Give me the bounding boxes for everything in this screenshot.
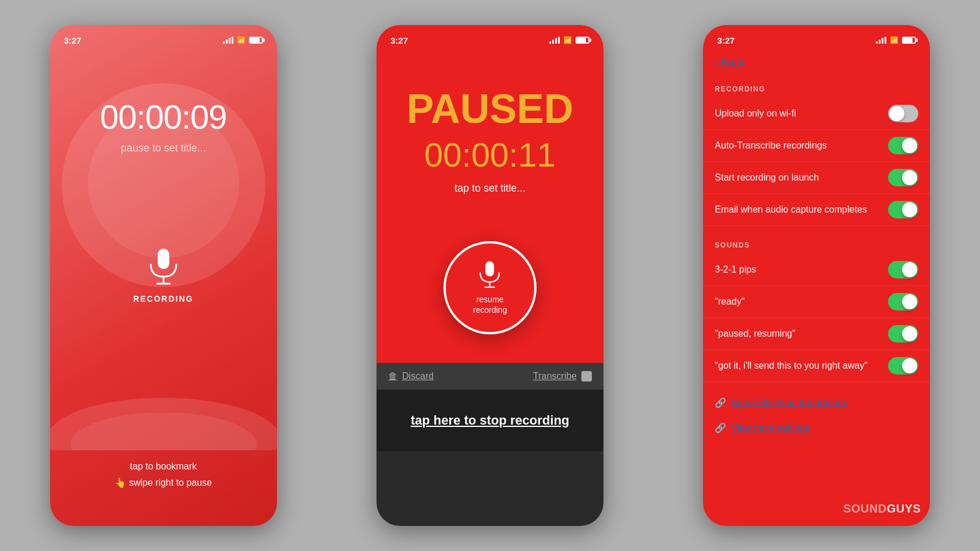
svg-rect-0 — [158, 249, 169, 269]
phone-2-dark: 🗑 Discard Transcribe tap here to stop re… — [377, 363, 603, 526]
file-sync-link: Setup File Sync Integrations — [731, 398, 847, 408]
back-label: Back — [721, 57, 744, 69]
more-settings-row[interactable]: 🔗 View more settings — [703, 415, 930, 440]
paused-label: PAUSED — [377, 86, 603, 132]
setting-ready-row: "ready" — [703, 286, 930, 318]
discard-label: Discard — [402, 371, 434, 382]
setting-launch-label: Start recording on launch — [715, 172, 888, 183]
stop-recording-area[interactable]: tap here to stop recording — [377, 390, 603, 451]
setting-pips-toggle[interactable] — [888, 261, 918, 278]
sounds-section-label: SOUNDS — [703, 232, 930, 254]
setting-gotit-row: "got it, i'll send this to you right awa… — [703, 350, 930, 382]
recording-label-1: RECORDING — [133, 294, 194, 303]
paused-tap-title: tap to set title... — [377, 182, 603, 195]
wave-decoration — [50, 380, 277, 450]
battery-icon-2 — [576, 37, 590, 44]
signal-icon-1 — [223, 37, 233, 44]
hint-swipe: 👆 swipe right to pause — [50, 475, 277, 491]
setting-transcribe-label: Auto-Transcribe recordings — [715, 140, 888, 151]
setting-transcribe-row: Auto-Transcribe recordings — [703, 130, 930, 162]
setting-email-toggle[interactable] — [888, 201, 918, 218]
back-chevron-icon: ‹ — [715, 56, 719, 70]
setting-paused-toggle[interactable] — [888, 325, 918, 342]
more-settings-icon: 🔗 — [715, 422, 726, 433]
setting-wifi-label: Upload only on wi-fi — [715, 108, 888, 119]
status-bar-1: 3:27 📶 — [50, 25, 277, 51]
recording-timer: 00:00:09 — [100, 97, 227, 136]
transcribe-button[interactable]: Transcribe — [533, 371, 592, 382]
status-bar-2: 3:27 📶 — [377, 25, 603, 51]
setting-launch-toggle[interactable] — [888, 169, 918, 186]
setting-wifi-toggle[interactable] — [888, 105, 918, 122]
wifi-icon-3: 📶 — [890, 36, 899, 44]
status-time-2: 3:27 — [390, 36, 408, 45]
bottom-hints: tap to bookmark 👆 swipe right to pause — [50, 458, 277, 491]
microphone-icon-1 — [146, 248, 181, 288]
paused-timer: 00:00:11 — [377, 135, 603, 174]
setting-launch-row: Start recording on launch — [703, 162, 930, 194]
phone-1: 3:27 📶 00:00:09 pause to — [50, 25, 277, 526]
setting-email-row: Email when audio capture completes — [703, 194, 930, 226]
transcribe-label: Transcribe — [533, 371, 577, 382]
setting-ready-label: "ready" — [715, 296, 888, 307]
trash-icon: 🗑 — [388, 371, 397, 382]
wifi-icon-2: 📶 — [563, 36, 572, 44]
battery-icon-1 — [249, 37, 263, 44]
svg-rect-5 — [486, 261, 495, 276]
status-icons-1: 📶 — [223, 36, 263, 44]
status-icons-2: 📶 — [549, 36, 590, 44]
setting-ready-toggle[interactable] — [888, 293, 918, 310]
soundguys-text: SOUND — [843, 502, 887, 515]
resume-label: resumerecording — [473, 294, 507, 315]
setting-paused-row: "paused, resuming" — [703, 318, 930, 350]
back-button[interactable]: ‹ Back — [715, 56, 744, 70]
signal-icon-3 — [876, 37, 886, 44]
discard-button[interactable]: 🗑 Discard — [388, 371, 434, 382]
setting-transcribe-toggle[interactable] — [888, 137, 918, 154]
hint-bookmark: tap to bookmark — [50, 458, 277, 475]
guys-text: GUYS — [887, 502, 921, 515]
microphone-icon-2 — [477, 260, 503, 291]
signal-icon-2 — [549, 37, 560, 44]
status-bar-3: 3:27 📶 — [703, 25, 930, 51]
setting-gotit-toggle[interactable] — [888, 357, 918, 375]
setting-wifi-row: Upload only on wi-fi — [703, 98, 930, 130]
action-bar: 🗑 Discard Transcribe — [377, 363, 603, 390]
setting-paused-label: "paused, resuming" — [715, 329, 888, 339]
more-settings-link: View more settings — [731, 423, 809, 433]
battery-icon-3 — [902, 37, 916, 44]
setting-email-label: Email when audio capture completes — [715, 204, 888, 215]
phone-2: 3:27 📶 PAUSED — [377, 25, 603, 526]
status-icons-3: 📶 — [876, 36, 916, 44]
setting-pips-row: 3-2-1 pips — [703, 254, 930, 286]
setting-pips-label: 3-2-1 pips — [715, 264, 888, 275]
stop-recording-text: tap here to stop recording — [411, 413, 570, 428]
transcribe-checkbox — [581, 371, 592, 382]
settings-header: ‹ Back — [703, 51, 930, 76]
phone-3: 3:27 📶 ‹ Ba — [703, 25, 930, 526]
wifi-icon-1: 📶 — [237, 36, 246, 44]
file-sync-row[interactable]: 🔗 Setup File Sync Integrations — [703, 390, 930, 415]
status-time-3: 3:27 — [717, 36, 734, 45]
file-sync-icon: 🔗 — [715, 397, 726, 408]
status-time-1: 3:27 — [64, 36, 81, 45]
phone-2-red: 3:27 📶 PAUSED — [377, 25, 603, 363]
soundguys-watermark: SOUNDGUYS — [843, 502, 921, 515]
recording-subtitle: pause to set title... — [121, 142, 206, 154]
mic-section-1: RECORDING — [133, 248, 194, 303]
resume-recording-button[interactable]: resumerecording — [443, 241, 537, 334]
recording-section-label: RECORDING — [703, 76, 930, 98]
setting-gotit-label: "got it, i'll send this to you right awa… — [715, 361, 888, 371]
